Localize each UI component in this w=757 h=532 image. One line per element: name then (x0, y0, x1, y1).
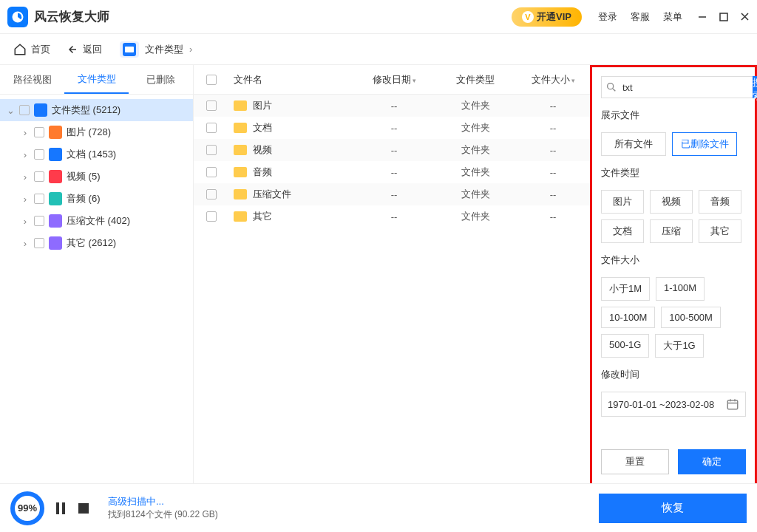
table-row[interactable]: 压缩文件--文件夹-- (194, 183, 590, 205)
svg-rect-5 (62, 502, 65, 514)
checkbox[interactable] (34, 171, 44, 182)
tree-root[interactable]: ⌄ 文件类型 (5212) (0, 99, 193, 121)
tree-item[interactable]: ›压缩文件 (402) (0, 210, 193, 232)
vip-button[interactable]: V 开通VIP (512, 7, 582, 27)
table-row[interactable]: 图片--文件夹-- (194, 95, 590, 117)
col-type[interactable]: 文件类型 (435, 73, 516, 86)
tree-root-label: 文件类型 (5212) (52, 103, 120, 117)
home-label: 首页 (31, 43, 50, 56)
checkbox[interactable] (34, 216, 44, 226)
tab-deleted[interactable]: 已删除 (129, 65, 193, 94)
menu-link[interactable]: 菜单 (663, 10, 682, 24)
chevron-right-icon: › (21, 238, 30, 249)
tree-item[interactable]: ›文档 (1453) (0, 143, 193, 166)
chip-deleted-files[interactable]: 已删除文件 (672, 132, 737, 156)
view-tabs: 路径视图 文件类型 已删除 (0, 65, 193, 95)
file-size: -- (516, 123, 590, 134)
login-link[interactable]: 登录 (598, 10, 617, 24)
checkbox[interactable] (206, 145, 217, 155)
chip-type[interactable]: 图片 (601, 190, 644, 214)
file-size: -- (516, 189, 590, 200)
recover-button[interactable]: 恢复 (599, 494, 747, 523)
col-date[interactable]: 修改日期▾ (353, 73, 435, 86)
tree-item[interactable]: ›图片 (728) (0, 121, 193, 143)
scan-subtitle: 找到8124个文件 (90.22 GB) (108, 508, 218, 521)
chip-type[interactable]: 其它 (699, 219, 741, 243)
checkbox[interactable] (34, 127, 44, 137)
file-date: -- (353, 189, 435, 200)
confirm-button[interactable]: 确定 (678, 449, 746, 474)
tree-item[interactable]: ›视频 (5) (0, 166, 193, 188)
tree-item-label: 视频 (5) (67, 170, 101, 183)
chevron-right-icon: › (21, 194, 30, 205)
close-icon[interactable] (740, 12, 750, 21)
breadcrumb-label: 文件类型 (145, 43, 183, 56)
file-date: -- (353, 100, 435, 112)
svg-rect-0 (720, 13, 727, 21)
file-tree: ⌄ 文件类型 (5212) ›图片 (728) ›文档 (1453) ›视频 (… (0, 95, 193, 259)
chip-all-files[interactable]: 所有文件 (601, 132, 666, 156)
tab-file-type[interactable]: 文件类型 (64, 65, 129, 94)
tree-item[interactable]: ›音频 (6) (0, 188, 193, 210)
checkbox[interactable] (34, 149, 44, 160)
disk-icon (34, 103, 47, 117)
home-icon (13, 43, 27, 56)
chip-size[interactable]: 100-500M (661, 307, 721, 328)
file-type: 文件夹 (435, 121, 516, 134)
checkbox[interactable] (206, 100, 217, 111)
chip-size[interactable]: 1-100M (656, 277, 705, 301)
search-button[interactable]: 搜索 (753, 76, 757, 98)
svg-rect-4 (56, 502, 59, 514)
tree-item-label: 图片 (728) (67, 126, 111, 139)
chip-size[interactable]: 小于1M (601, 277, 650, 301)
file-name: 音频 (253, 166, 272, 179)
file-size: -- (516, 167, 590, 178)
col-size[interactable]: 文件大小▾ (516, 73, 590, 86)
file-size: -- (516, 145, 590, 156)
file-size: -- (516, 100, 590, 112)
back-label: 返回 (83, 43, 102, 56)
date-range-input[interactable]: 1970-01-01 ~2023-02-08 (601, 392, 746, 417)
maximize-icon[interactable] (719, 13, 728, 21)
chip-type[interactable]: 文档 (601, 219, 644, 243)
checkbox[interactable] (19, 105, 30, 115)
checkbox[interactable] (206, 189, 217, 200)
chip-size[interactable]: 500-1G (601, 334, 649, 358)
table-row[interactable]: 文档--文件夹-- (194, 117, 590, 139)
checkbox[interactable] (206, 211, 217, 222)
support-link[interactable]: 客服 (631, 10, 650, 24)
breadcrumb[interactable]: 文件类型 › (120, 41, 192, 58)
chip-type[interactable]: 视频 (650, 190, 693, 214)
pause-button[interactable] (56, 502, 67, 514)
tab-path-view[interactable]: 路径视图 (0, 65, 64, 94)
select-all-checkbox[interactable] (206, 75, 217, 85)
search-input[interactable] (601, 76, 753, 98)
reset-button[interactable]: 重置 (601, 449, 669, 474)
sort-icon: ▾ (413, 77, 416, 84)
col-name[interactable]: 文件名 (229, 73, 353, 86)
tree-item[interactable]: ›其它 (2612) (0, 232, 193, 254)
checkbox[interactable] (206, 123, 217, 133)
table-row[interactable]: 其它--文件夹-- (194, 205, 590, 228)
checkbox[interactable] (206, 167, 217, 177)
chip-size[interactable]: 10-100M (601, 307, 655, 328)
chevron-down-icon: ⌄ (6, 105, 15, 116)
table-row[interactable]: 视频--文件夹-- (194, 139, 590, 161)
progress-value: 99% (18, 502, 37, 514)
titlebar: 风云恢复大师 V 开通VIP 登录 客服 菜单 (0, 0, 757, 34)
checkbox[interactable] (34, 238, 44, 248)
minimize-icon[interactable] (697, 12, 707, 22)
vip-label: 开通VIP (537, 10, 571, 24)
chevron-right-icon: › (189, 44, 192, 55)
checkbox[interactable] (34, 194, 44, 204)
navbar: 首页 返回 文件类型 › (0, 34, 757, 65)
chip-size[interactable]: 大于1G (655, 334, 703, 358)
home-button[interactable]: 首页 (13, 43, 50, 56)
stop-button[interactable] (78, 503, 89, 514)
chip-type[interactable]: 压缩 (650, 219, 693, 243)
document-icon (49, 148, 62, 161)
table-row[interactable]: 音频--文件夹-- (194, 161, 590, 183)
folder-icon (234, 123, 247, 133)
back-button[interactable]: 返回 (65, 43, 102, 56)
chip-type[interactable]: 音频 (699, 190, 741, 214)
